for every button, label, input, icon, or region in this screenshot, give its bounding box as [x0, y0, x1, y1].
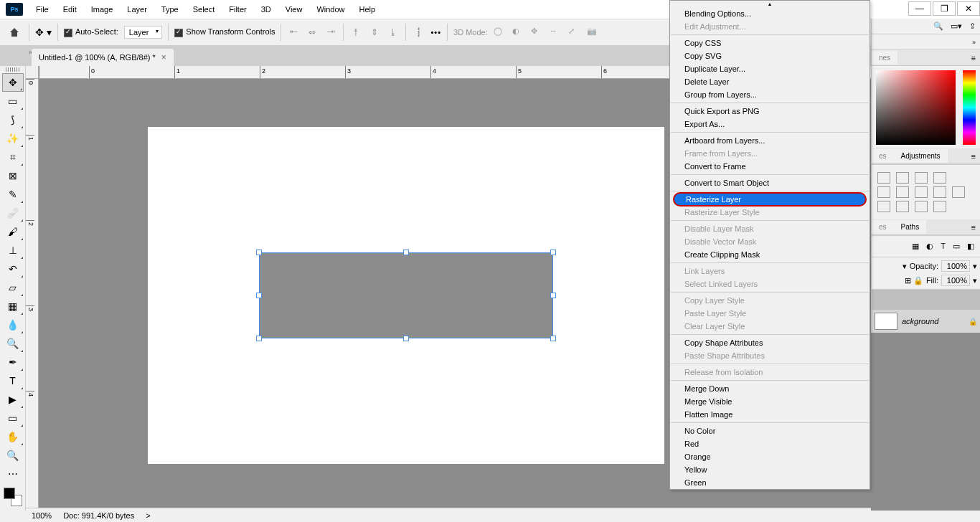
menu-select[interactable]: Select [186, 2, 222, 16]
exposure-icon[interactable] [933, 172, 946, 184]
paths-tab[interactable]: Paths [894, 220, 927, 234]
toolbox-grip[interactable] [6, 67, 20, 72]
context-item-artboard-from-layers[interactable]: Artboard from Layers... [670, 134, 870, 147]
transform-handle-tl[interactable] [256, 250, 262, 255]
gradient-tool[interactable]: ▦ [2, 297, 24, 315]
type-tool[interactable]: T [2, 371, 24, 390]
adjustments-tab[interactable]: Adjustments [894, 149, 948, 163]
expand-toolbox-icon[interactable]: » [29, 49, 32, 56]
curves-icon[interactable] [915, 172, 928, 184]
transform-handle-tr[interactable] [550, 250, 556, 255]
align-left-icon[interactable]: ⭰ [287, 26, 300, 39]
menu-layer[interactable]: Layer [120, 2, 154, 16]
context-scroll-up[interactable]: ▲ [670, 1, 870, 7]
transform-handle-tc[interactable] [403, 250, 409, 255]
eraser-tool[interactable]: ▱ [2, 278, 24, 297]
foreground-background-colors[interactable] [2, 486, 24, 508]
align-bottom-icon[interactable]: ⭳ [387, 26, 400, 39]
context-item-no-color[interactable]: No Color [670, 424, 870, 437]
context-item-merge-visible[interactable]: Merge Visible [670, 395, 870, 408]
context-item-copy-css[interactable]: Copy CSS [670, 37, 870, 49]
transform-handle-br[interactable] [550, 336, 556, 341]
status-expand-icon[interactable]: > [146, 511, 150, 520]
menu-view[interactable]: View [278, 2, 310, 16]
context-item-duplicate-layer[interactable]: Duplicate Layer... [670, 62, 870, 75]
zoom-level[interactable]: 100% [32, 511, 52, 520]
filter-shape-icon[interactable]: ▭ [953, 242, 960, 251]
healing-brush-tool[interactable]: 🩹 [2, 204, 24, 222]
bw-icon[interactable] [933, 186, 946, 198]
transform-handle-ml[interactable] [256, 293, 262, 298]
edit-toolbar-button[interactable]: ⋯ [2, 465, 24, 483]
minimize-button[interactable]: — [908, 1, 931, 16]
vibrance-icon[interactable] [877, 186, 890, 198]
gradient-map-icon[interactable] [933, 201, 946, 212]
menu-type[interactable]: Type [154, 2, 186, 16]
marquee-tool[interactable]: ▭ [2, 92, 24, 110]
clone-stamp-tool[interactable]: ⊥ [2, 241, 24, 260]
layer-lock-icon[interactable]: 🔒 [969, 318, 977, 326]
filter-smart-icon[interactable]: ◧ [967, 242, 974, 251]
path-selection-tool[interactable]: ▶ [2, 390, 24, 409]
photo-filter-icon[interactable] [952, 186, 965, 198]
search-icon[interactable]: 🔍 [933, 22, 943, 31]
menu-image[interactable]: Image [84, 2, 121, 16]
context-item-green[interactable]: Green [670, 476, 870, 489]
levels-icon[interactable] [896, 172, 909, 184]
context-item-rasterize-layer[interactable]: Rasterize Layer [673, 192, 867, 207]
swatches-tab-stub[interactable]: nes [872, 51, 897, 65]
layer-row-background[interactable]: ackground 🔒 [872, 310, 980, 333]
frame-tool[interactable]: ⊠ [2, 166, 24, 185]
ruler-origin[interactable] [26, 66, 39, 79]
show-transform-checkbox[interactable]: Show Transform Controls [174, 27, 275, 37]
layer-row[interactable] [872, 290, 980, 310]
transform-handle-mr[interactable] [550, 293, 556, 298]
foreground-color-swatch[interactable] [4, 488, 15, 499]
context-item-flatten-image[interactable]: Flatten Image [670, 408, 870, 421]
hand-tool[interactable]: ✋ [2, 427, 24, 446]
vertical-ruler[interactable]: 0 1 2 3 4 [26, 79, 39, 511]
filter-pixel-icon[interactable]: ▦ [912, 242, 919, 251]
context-item-convert-to-smart-object[interactable]: Convert to Smart Object [670, 176, 870, 189]
dodge-tool[interactable]: 🔍 [2, 334, 24, 353]
hue-sat-icon[interactable] [896, 186, 909, 198]
panel-menu-icon[interactable]: ≡ [967, 54, 980, 62]
color-field[interactable] [876, 70, 956, 145]
more-options-button[interactable]: ••• [430, 28, 441, 37]
filter-adjust-icon[interactable]: ◐ [926, 242, 933, 251]
blur-tool[interactable]: 💧 [2, 315, 24, 334]
context-item-quick-export-as-png[interactable]: Quick Export as PNG [670, 105, 870, 118]
auto-select-checkbox[interactable]: Auto-Select: [64, 27, 118, 37]
color-balance-icon[interactable] [915, 186, 928, 198]
align-vcenter-icon[interactable]: ⇕ [368, 26, 381, 39]
context-item-export-as[interactable]: Export As... [670, 118, 870, 130]
context-item-orange[interactable]: Orange [670, 450, 870, 463]
selected-shape[interactable] [259, 252, 553, 338]
color-panel[interactable] [872, 66, 980, 148]
posterize-icon[interactable] [896, 201, 909, 212]
distribute-icon[interactable]: ┇ [412, 26, 425, 39]
panel-menu-icon[interactable]: ≡ [967, 152, 980, 161]
menu-filter[interactable]: Filter [222, 2, 253, 16]
align-hcenter-icon[interactable]: ⇔ [306, 26, 319, 39]
menu-help[interactable]: Help [352, 2, 383, 16]
context-item-red[interactable]: Red [670, 437, 870, 450]
transform-handle-bl[interactable] [256, 336, 262, 341]
opacity-input[interactable]: 100% [941, 260, 970, 272]
context-item-yellow[interactable]: Yellow [670, 463, 870, 476]
filter-type-icon[interactable]: T [941, 242, 946, 251]
context-item-group-from-layers[interactable]: Group from Layers... [670, 88, 870, 101]
brush-tool[interactable]: 🖌 [2, 222, 24, 241]
lasso-tool[interactable]: ⟆ [2, 110, 24, 129]
history-brush-tool[interactable]: ↶ [2, 260, 24, 278]
context-item-copy-svg[interactable]: Copy SVG [670, 49, 870, 62]
context-item-copy-shape-attributes[interactable]: Copy Shape Attributes [670, 336, 870, 349]
close-tab-button[interactable]: × [161, 52, 166, 62]
crop-tool[interactable]: ⌗ [2, 148, 24, 166]
document-tab[interactable]: Untitled-1 @ 100% (A, RGB/8#) * × [32, 49, 174, 66]
menu-file[interactable]: File [29, 2, 56, 16]
panel-menu-icon[interactable]: ≡ [967, 223, 980, 232]
share-icon[interactable]: ⇪ [969, 22, 976, 31]
context-item-blending-options[interactable]: Blending Options... [670, 7, 870, 20]
auto-select-target-dropdown[interactable]: Layer [124, 26, 163, 39]
